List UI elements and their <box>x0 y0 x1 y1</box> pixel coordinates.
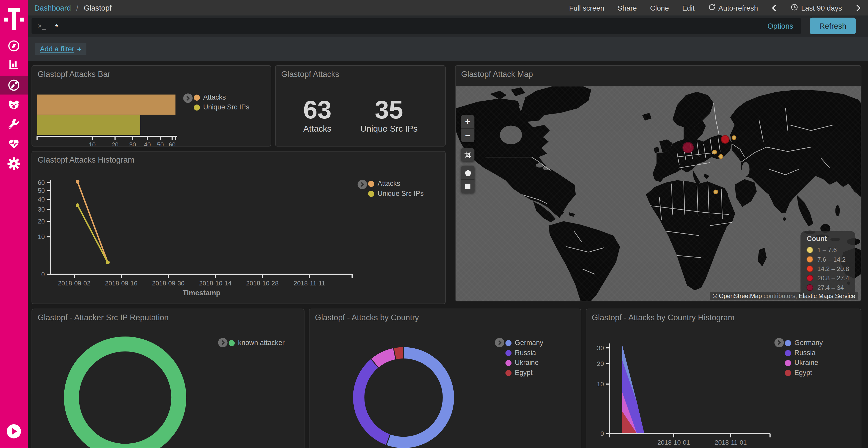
svg-text:2018-11-11: 2018-11-11 <box>293 280 325 287</box>
fit-bounds-icon[interactable] <box>461 148 474 161</box>
zoom-in-button[interactable]: + <box>461 115 474 128</box>
plus-icon: + <box>77 45 82 54</box>
svg-text:20: 20 <box>112 141 118 146</box>
breadcrumb-separator: / <box>76 4 78 12</box>
legend-toggle-chevron-icon[interactable] <box>218 338 227 347</box>
time-forward-button[interactable] <box>855 4 862 12</box>
line-series-attacks[interactable] <box>78 182 108 263</box>
heartbeat-icon <box>7 137 21 150</box>
legend-item-ukraine[interactable]: Ukraine <box>785 358 823 368</box>
time-back-button[interactable] <box>771 4 778 12</box>
attribution-link[interactable]: © OpenStreetMap <box>713 292 762 299</box>
attacks-line-chart[interactable]: 01020304050602018-09-022018-09-162018-09… <box>32 151 445 304</box>
map-fit-control <box>461 148 474 161</box>
attribution-link[interactable]: Elastic Maps Service <box>799 292 855 299</box>
svg-text:Timestamp: Timestamp <box>183 289 221 297</box>
metric-value: 63 <box>303 97 332 122</box>
legend-toggle-chevron-icon[interactable] <box>358 180 367 189</box>
legend-item-egypt[interactable]: Egypt <box>505 368 543 378</box>
map-legend-dot-icon <box>807 284 813 290</box>
sidebar-item-management[interactable] <box>0 154 28 173</box>
svg-text:20: 20 <box>597 360 604 367</box>
sidebar-item-dashboard[interactable] <box>0 76 28 95</box>
donut-slice-germany[interactable] <box>386 347 455 448</box>
time-range-picker[interactable]: Last 90 days <box>791 3 842 12</box>
clone-button[interactable]: Clone <box>650 4 669 12</box>
data-point[interactable] <box>76 203 80 207</box>
svg-text:2018-10-01: 2018-10-01 <box>657 439 690 446</box>
legend-toggle-chevron-icon[interactable] <box>774 338 784 347</box>
svg-text:50: 50 <box>157 141 164 146</box>
sidebar-item-bear[interactable] <box>0 96 28 114</box>
bar-chart-icon <box>7 58 21 71</box>
draw-polygon-button[interactable] <box>461 166 474 179</box>
edit-button[interactable]: Edit <box>682 4 695 12</box>
map-legend-dot-icon <box>807 256 813 263</box>
legend-toggle-chevron-icon[interactable] <box>183 94 192 103</box>
legend-item-russia[interactable]: Russia <box>785 348 823 358</box>
bar-attacks[interactable] <box>37 95 176 114</box>
legend-toggle-chevron-icon[interactable] <box>495 338 504 347</box>
svg-text:2018-11-01: 2018-11-01 <box>715 439 747 446</box>
legend: known attacker <box>228 338 285 348</box>
panel-title[interactable]: Glastopf - Attacks by Country <box>315 313 419 322</box>
share-button[interactable]: Share <box>618 4 637 12</box>
breadcrumb-current: Glastopf <box>84 4 112 12</box>
legend-item-egypt[interactable]: Egypt <box>785 368 823 378</box>
panel-title[interactable]: Glastopf Attack Map <box>461 70 533 78</box>
svg-text:10: 10 <box>89 141 96 146</box>
panel-title[interactable]: Glastopf Attacks Bar <box>38 70 111 78</box>
refresh-button[interactable]: Refresh <box>810 18 856 34</box>
sidebar-collapse-button[interactable] <box>0 422 28 441</box>
full-screen-button[interactable]: Full screen <box>569 4 604 12</box>
world-map[interactable]: + − Count1 – 7.67.6 – 14.214.2 – 20.820.… <box>456 86 861 302</box>
panel-title[interactable]: Glastopf Attacks <box>281 70 339 78</box>
map-legend-item: 27.4 – 34 <box>807 283 849 292</box>
legend-item-known-attacker[interactable]: known attacker <box>228 338 285 348</box>
legend-item-ukraine[interactable]: Ukraine <box>505 358 543 368</box>
donut-slice-russia[interactable] <box>352 359 390 445</box>
sidebar-item-monitoring[interactable] <box>0 134 28 153</box>
country-area-chart[interactable]: 01020302018-10-012018-11-01Timestamp <box>586 309 861 448</box>
legend-item-attacks[interactable]: Attacks <box>194 92 249 102</box>
map-attribution[interactable]: © OpenStreetMap contributors, Elastic Ma… <box>710 292 858 300</box>
bar-unique-src-ips[interactable] <box>37 115 140 135</box>
country-donut-chart[interactable] <box>309 309 581 448</box>
search-query-input[interactable]: >_ * Options <box>32 18 801 34</box>
reputation-donut-chart[interactable] <box>32 309 304 448</box>
panel-title[interactable]: Glastopf Attacks Histogram <box>38 156 134 164</box>
svg-text:0: 0 <box>41 271 45 278</box>
sidebar-item-visualize[interactable] <box>0 55 28 74</box>
data-point[interactable] <box>76 180 80 184</box>
auto-refresh-button[interactable]: Auto-refresh <box>708 3 758 12</box>
line-series-unique-src-ips[interactable] <box>78 205 108 263</box>
map-legend-dot-icon <box>807 246 813 253</box>
zoom-out-button[interactable]: − <box>461 128 474 142</box>
legend-item-germany[interactable]: Germany <box>785 338 823 348</box>
legend-item-russia[interactable]: Russia <box>505 348 543 358</box>
legend-item-germany[interactable]: Germany <box>505 338 543 348</box>
breadcrumb-dashboard-link[interactable]: Dashboard <box>34 4 71 12</box>
panel-title[interactable]: Glastopf - Attacks by Country Histogram <box>592 313 735 322</box>
map-legend-item: 20.8 – 27.4 <box>807 273 849 283</box>
svg-text:20: 20 <box>38 218 45 225</box>
donut-slice-known-attacker[interactable] <box>71 344 179 448</box>
sidebar-item-discover[interactable] <box>0 36 28 55</box>
legend-item-unique-src-ips[interactable]: Unique Src IPs <box>194 102 249 112</box>
legend-dot-icon <box>228 340 235 346</box>
telekom-logo[interactable] <box>0 4 28 33</box>
query-options-link[interactable]: Options <box>768 22 801 30</box>
sidebar-item-devtools[interactable] <box>0 115 28 134</box>
legend-dot-icon <box>368 191 374 197</box>
svg-text:2018-09-02: 2018-09-02 <box>58 280 90 287</box>
legend-dot-icon <box>194 104 200 110</box>
svg-text:0: 0 <box>600 430 604 437</box>
attribution-text: contributors, <box>762 292 799 299</box>
draw-rectangle-button[interactable] <box>461 179 474 193</box>
add-filter-button[interactable]: Add a filter+ <box>35 43 87 55</box>
legend-item-attacks[interactable]: Attacks <box>368 179 424 188</box>
panel-title[interactable]: Glastopf - Attacker Src IP Reputation <box>38 313 169 322</box>
data-point[interactable] <box>106 261 110 265</box>
legend-item-unique-src-ips[interactable]: Unique Src IPs <box>368 188 424 199</box>
legend-dot-icon <box>785 350 791 356</box>
